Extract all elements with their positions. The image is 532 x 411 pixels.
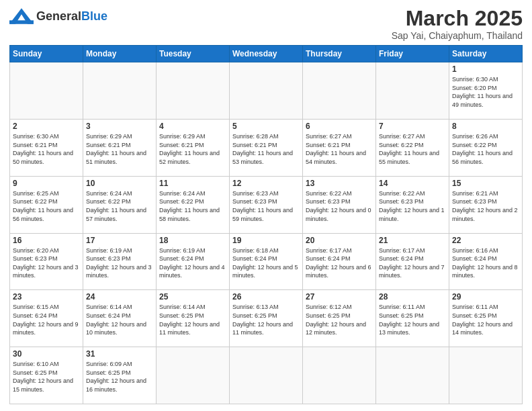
day-number: 27 <box>306 292 373 302</box>
calendar-cell <box>157 347 230 404</box>
calendar-cell: 20Sunrise: 6:17 AM Sunset: 6:24 PM Dayli… <box>303 233 376 290</box>
day-info: Sunrise: 6:19 AM Sunset: 6:24 PM Dayligh… <box>159 246 226 280</box>
calendar-cell: 11Sunrise: 6:24 AM Sunset: 6:22 PM Dayli… <box>157 176 230 233</box>
day-number: 30 <box>13 349 80 359</box>
day-number: 28 <box>379 292 446 302</box>
day-number: 20 <box>306 236 373 245</box>
logo-icon <box>9 7 34 26</box>
calendar-cell: 12Sunrise: 6:23 AM Sunset: 6:23 PM Dayli… <box>230 176 303 233</box>
calendar-cell: 10Sunrise: 6:24 AM Sunset: 6:22 PM Dayli… <box>83 176 157 233</box>
calendar-cell: 2Sunrise: 6:30 AM Sunset: 6:21 PM Daylig… <box>10 119 83 176</box>
weekday-tuesday: Tuesday <box>157 46 230 62</box>
day-info: Sunrise: 6:09 AM Sunset: 6:25 PM Dayligh… <box>86 360 153 394</box>
calendar-cell: 29Sunrise: 6:11 AM Sunset: 6:25 PM Dayli… <box>449 290 523 347</box>
calendar-cell: 3Sunrise: 6:29 AM Sunset: 6:21 PM Daylig… <box>83 119 157 176</box>
calendar-cell: 21Sunrise: 6:17 AM Sunset: 6:24 PM Dayli… <box>376 233 449 290</box>
calendar-cell: 4Sunrise: 6:29 AM Sunset: 6:21 PM Daylig… <box>157 119 230 176</box>
weekday-friday: Friday <box>376 46 449 62</box>
day-number: 1 <box>452 64 519 74</box>
day-number: 24 <box>86 292 153 302</box>
calendar-cell: 26Sunrise: 6:13 AM Sunset: 6:25 PM Dayli… <box>230 290 303 347</box>
day-number: 6 <box>306 122 373 131</box>
day-info: Sunrise: 6:24 AM Sunset: 6:22 PM Dayligh… <box>86 189 153 223</box>
day-info: Sunrise: 6:16 AM Sunset: 6:24 PM Dayligh… <box>452 246 519 280</box>
day-info: Sunrise: 6:26 AM Sunset: 6:22 PM Dayligh… <box>452 132 519 166</box>
day-number: 21 <box>379 236 446 245</box>
calendar-cell <box>376 347 449 404</box>
day-number: 14 <box>379 179 446 188</box>
logo-text: GeneralBlue <box>36 9 107 23</box>
calendar-cell <box>449 347 523 404</box>
day-info: Sunrise: 6:17 AM Sunset: 6:24 PM Dayligh… <box>379 246 446 280</box>
calendar-cell <box>303 62 376 120</box>
day-number: 3 <box>86 122 153 131</box>
header: GeneralBlue March 2025 Sap Yai, Chaiyaph… <box>9 7 523 41</box>
calendar-cell <box>10 62 83 120</box>
day-info: Sunrise: 6:21 AM Sunset: 6:23 PM Dayligh… <box>452 189 519 223</box>
day-number: 13 <box>306 179 373 188</box>
calendar-cell: 14Sunrise: 6:22 AM Sunset: 6:23 PM Dayli… <box>376 176 449 233</box>
day-info: Sunrise: 6:17 AM Sunset: 6:24 PM Dayligh… <box>306 246 373 280</box>
week-row-0: 1Sunrise: 6:30 AM Sunset: 6:20 PM Daylig… <box>10 62 523 120</box>
calendar-cell: 19Sunrise: 6:18 AM Sunset: 6:24 PM Dayli… <box>230 233 303 290</box>
day-number: 2 <box>13 122 80 131</box>
day-number: 15 <box>452 179 519 188</box>
day-number: 26 <box>232 292 300 302</box>
month-title: March 2025 <box>392 7 523 30</box>
day-number: 17 <box>86 236 153 245</box>
day-info: Sunrise: 6:22 AM Sunset: 6:23 PM Dayligh… <box>306 189 373 223</box>
day-info: Sunrise: 6:12 AM Sunset: 6:25 PM Dayligh… <box>306 303 373 336</box>
day-info: Sunrise: 6:11 AM Sunset: 6:25 PM Dayligh… <box>379 303 446 336</box>
title-block: March 2025 Sap Yai, Chaiyaphum, Thailand <box>392 7 523 41</box>
week-row-1: 2Sunrise: 6:30 AM Sunset: 6:21 PM Daylig… <box>10 119 523 176</box>
day-number: 5 <box>232 122 300 131</box>
calendar-cell: 8Sunrise: 6:26 AM Sunset: 6:22 PM Daylig… <box>449 119 523 176</box>
calendar-cell <box>376 62 449 120</box>
day-number: 25 <box>159 292 226 302</box>
day-number: 31 <box>86 349 153 359</box>
calendar-cell: 15Sunrise: 6:21 AM Sunset: 6:23 PM Dayli… <box>449 176 523 233</box>
weekday-header-row: SundayMondayTuesdayWednesdayThursdayFrid… <box>10 46 523 62</box>
day-info: Sunrise: 6:13 AM Sunset: 6:25 PM Dayligh… <box>232 303 300 336</box>
calendar-cell <box>230 62 303 120</box>
weekday-saturday: Saturday <box>449 46 523 62</box>
day-number: 29 <box>452 292 519 302</box>
day-info: Sunrise: 6:22 AM Sunset: 6:23 PM Dayligh… <box>379 189 446 223</box>
day-info: Sunrise: 6:14 AM Sunset: 6:24 PM Dayligh… <box>86 303 153 336</box>
subtitle: Sap Yai, Chaiyaphum, Thailand <box>392 30 523 41</box>
page: GeneralBlue March 2025 Sap Yai, Chaiyaph… <box>0 0 532 411</box>
calendar-cell: 7Sunrise: 6:27 AM Sunset: 6:22 PM Daylig… <box>376 119 449 176</box>
calendar-cell: 1Sunrise: 6:30 AM Sunset: 6:20 PM Daylig… <box>449 62 523 120</box>
calendar-cell <box>157 62 230 120</box>
calendar-cell: 25Sunrise: 6:14 AM Sunset: 6:25 PM Dayli… <box>157 290 230 347</box>
day-number: 16 <box>13 236 80 245</box>
calendar-cell: 13Sunrise: 6:22 AM Sunset: 6:23 PM Dayli… <box>303 176 376 233</box>
day-info: Sunrise: 6:23 AM Sunset: 6:23 PM Dayligh… <box>232 189 300 223</box>
day-info: Sunrise: 6:30 AM Sunset: 6:21 PM Dayligh… <box>13 132 80 166</box>
day-info: Sunrise: 6:29 AM Sunset: 6:21 PM Dayligh… <box>86 132 153 166</box>
day-number: 7 <box>379 122 446 131</box>
calendar-cell <box>230 347 303 404</box>
day-info: Sunrise: 6:28 AM Sunset: 6:21 PM Dayligh… <box>232 132 300 166</box>
calendar-cell: 30Sunrise: 6:10 AM Sunset: 6:25 PM Dayli… <box>10 347 83 404</box>
day-number: 18 <box>159 236 226 245</box>
calendar-cell: 27Sunrise: 6:12 AM Sunset: 6:25 PM Dayli… <box>303 290 376 347</box>
week-row-4: 23Sunrise: 6:15 AM Sunset: 6:24 PM Dayli… <box>10 290 523 347</box>
weekday-monday: Monday <box>83 46 157 62</box>
day-number: 11 <box>159 179 226 188</box>
day-number: 19 <box>232 236 300 245</box>
day-info: Sunrise: 6:19 AM Sunset: 6:23 PM Dayligh… <box>86 246 153 280</box>
calendar-cell: 24Sunrise: 6:14 AM Sunset: 6:24 PM Dayli… <box>83 290 157 347</box>
calendar-cell: 31Sunrise: 6:09 AM Sunset: 6:25 PM Dayli… <box>83 347 157 404</box>
day-info: Sunrise: 6:14 AM Sunset: 6:25 PM Dayligh… <box>159 303 226 336</box>
calendar-cell: 16Sunrise: 6:20 AM Sunset: 6:23 PM Dayli… <box>10 233 83 290</box>
day-info: Sunrise: 6:15 AM Sunset: 6:24 PM Dayligh… <box>13 303 80 336</box>
day-info: Sunrise: 6:24 AM Sunset: 6:22 PM Dayligh… <box>159 189 226 223</box>
weekday-wednesday: Wednesday <box>230 46 303 62</box>
day-info: Sunrise: 6:11 AM Sunset: 6:25 PM Dayligh… <box>452 303 519 336</box>
day-info: Sunrise: 6:20 AM Sunset: 6:23 PM Dayligh… <box>13 246 80 280</box>
calendar-cell <box>303 347 376 404</box>
day-number: 8 <box>452 122 519 131</box>
day-info: Sunrise: 6:25 AM Sunset: 6:22 PM Dayligh… <box>13 189 80 223</box>
calendar-cell: 18Sunrise: 6:19 AM Sunset: 6:24 PM Dayli… <box>157 233 230 290</box>
